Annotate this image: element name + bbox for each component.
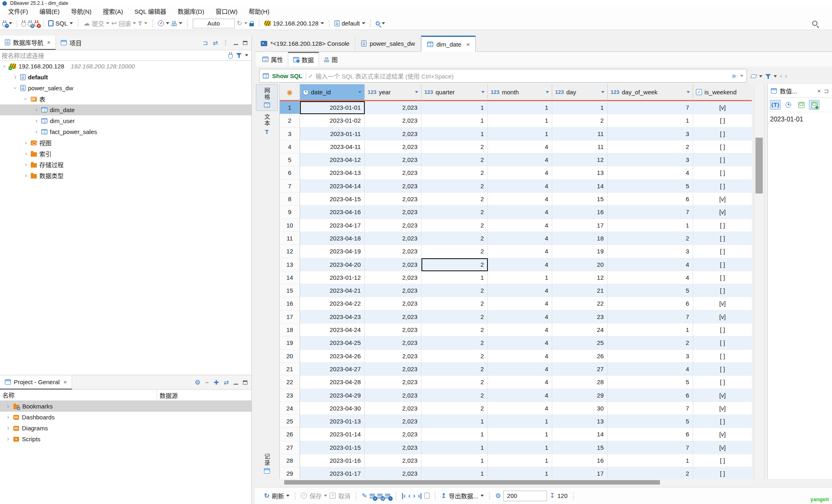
row-number[interactable]: 15 — [280, 284, 300, 297]
grid-cell[interactable]: 23 — [552, 310, 608, 323]
column-dropdown-icon[interactable] — [358, 91, 362, 93]
row-number[interactable]: 23 — [280, 389, 300, 402]
tab-diagram[interactable]: 品 图 — [319, 52, 343, 66]
tab-database-navigator[interactable]: 数据库导航 × — [0, 36, 56, 50]
database-dropdown[interactable] — [362, 22, 365, 24]
tree-item-item-10[interactable]: ›数据类型 — [0, 170, 251, 181]
grid-cell[interactable]: 2,023 — [365, 389, 421, 402]
grid-cell[interactable]: 1 — [608, 323, 693, 336]
row-number[interactable]: 28 — [280, 454, 300, 467]
grid-cell[interactable]: [v] — [693, 297, 752, 310]
grid-cell[interactable]: 1 — [488, 428, 552, 441]
grid-cell[interactable]: 2 — [421, 389, 488, 402]
grid-cell[interactable]: 2023-04-22 — [300, 297, 365, 310]
grid-cell[interactable]: 4 — [608, 166, 693, 179]
menu-f[interactable]: 文件(F) — [2, 6, 34, 17]
grid-cell[interactable]: 1 — [421, 415, 488, 428]
row-number[interactable]: 20 — [280, 350, 300, 363]
expand-chevron-icon[interactable]: › — [34, 128, 39, 135]
duplicate-row-icon[interactable]: x2 — [377, 494, 383, 498]
grid-cell[interactable]: 2 — [421, 284, 488, 297]
grid-cell[interactable]: 4 — [488, 245, 552, 258]
grid-cell[interactable]: 2023-01-11 — [300, 128, 365, 140]
grid-cell[interactable]: 2,023 — [365, 402, 421, 415]
grid-cell[interactable]: 1 — [488, 101, 552, 114]
row-number[interactable]: 9 — [280, 206, 300, 219]
grid-cell[interactable]: 4 — [488, 284, 552, 297]
grid-cell[interactable]: [ ] — [693, 153, 752, 166]
grid-cell[interactable]: [ ] — [693, 271, 752, 284]
grid-cell[interactable]: 2 — [421, 153, 488, 166]
text-presentation-button[interactable]: ⟨T⟩ — [770, 100, 781, 110]
collapse-chevron-icon[interactable]: › — [2, 64, 9, 69]
grid-cell[interactable]: 2 — [421, 402, 488, 415]
filter-settings-icon[interactable] — [236, 53, 242, 58]
grid-cell[interactable]: 2023-04-16 — [300, 206, 365, 219]
search-icon[interactable] — [376, 21, 380, 26]
grid-cell[interactable]: 2,023 — [365, 284, 421, 297]
grid-cell[interactable]: 2 — [608, 467, 693, 479]
grid-cell[interactable]: 29 — [552, 389, 608, 402]
grid-cell[interactable]: 27 — [552, 363, 608, 376]
grid-cell[interactable]: 1 — [421, 467, 488, 479]
grid-cell[interactable]: [ ] — [693, 166, 752, 179]
grid-cell[interactable]: 2023-04-13 — [300, 166, 365, 179]
grid-cell[interactable]: 3 — [608, 128, 693, 140]
commit-button[interactable]: 提交 — [92, 19, 104, 28]
grid-cell[interactable]: 30 — [552, 402, 608, 415]
grid-cell[interactable]: 2023-04-25 — [300, 336, 365, 349]
grid-cell[interactable]: [ ] — [693, 232, 752, 245]
grid-cell[interactable]: 1 — [488, 114, 552, 127]
project-item-scripts[interactable]: ›sScripts — [0, 434, 251, 444]
grid-cell[interactable]: 1 — [421, 271, 488, 284]
grid-cell[interactable]: 2 — [608, 140, 693, 153]
menu-d[interactable]: 数据库(D) — [172, 6, 210, 17]
grid-cell[interactable]: 7 — [608, 310, 693, 323]
grid-cell[interactable]: 2023-01-02 — [300, 114, 365, 127]
timestamp-icon[interactable] — [783, 100, 794, 110]
grid-cell[interactable]: 14 — [552, 428, 608, 441]
grid-cell[interactable]: 2 — [421, 258, 488, 271]
grid-cell[interactable]: 2023-01-15 — [300, 441, 365, 454]
row-number[interactable]: 21 — [280, 363, 300, 376]
grid-cell[interactable]: 2 — [421, 310, 488, 323]
grid-cell[interactable]: 2023-04-26 — [300, 350, 365, 363]
reconnect-icon[interactable]: ↻ — [28, 22, 32, 27]
vertical-scrollbar[interactable] — [754, 84, 764, 479]
grid-cell[interactable]: 2023-04-24 — [300, 323, 365, 336]
grid-cell[interactable]: 2 — [421, 363, 488, 376]
row-number[interactable]: 25 — [280, 415, 300, 428]
grid-cell[interactable]: 2,023 — [365, 297, 421, 310]
new-connection-dropdown[interactable] — [9, 22, 12, 24]
next-page-icon[interactable]: › — [413, 492, 415, 500]
grid-cell[interactable]: 17 — [552, 467, 608, 479]
grid-cell[interactable]: 2023-04-21 — [300, 284, 365, 297]
grid-cell[interactable]: 2 — [421, 206, 488, 219]
expand-chevron-icon[interactable]: › — [23, 139, 28, 146]
link-editor-icon[interactable]: ⇄ — [213, 39, 218, 47]
grid-cell[interactable]: 14 — [552, 180, 608, 193]
active-database-combo[interactable]: default — [342, 20, 360, 27]
column-dropdown-icon[interactable] — [601, 91, 604, 93]
grid-cell[interactable]: 12 — [552, 153, 608, 166]
grid-cell[interactable]: [ ] — [693, 376, 752, 389]
expand-chevron-icon[interactable]: › — [6, 435, 11, 442]
grid-cell[interactable]: 2023-04-30 — [300, 402, 365, 415]
grid-cell[interactable]: [ ] — [693, 114, 752, 127]
column-dropdown-icon[interactable] — [546, 91, 549, 93]
row-number[interactable]: 26 — [280, 428, 300, 441]
grid-cell[interactable]: 2,023 — [365, 428, 421, 441]
column-header-day[interactable]: 123day — [552, 84, 608, 101]
row-number[interactable]: 10 — [280, 219, 300, 232]
tree-item-dim_user[interactable]: ›dim_user — [0, 115, 251, 126]
grid-cell[interactable]: 7 — [608, 206, 693, 219]
global-search-icon[interactable] — [812, 21, 817, 26]
save-value-icon[interactable] — [796, 100, 806, 110]
grid-cell[interactable]: 1 — [421, 454, 488, 467]
add-row-icon[interactable]: + — [370, 494, 375, 498]
collapse-icon[interactable]: − — [205, 379, 209, 386]
close-navigator-icon[interactable]: × — [47, 39, 51, 46]
grid-cell[interactable]: 4 — [488, 376, 552, 389]
grid-cell[interactable]: 2023-01-13 — [300, 415, 365, 428]
view-menu-icon[interactable]: ⋮ — [223, 39, 229, 47]
